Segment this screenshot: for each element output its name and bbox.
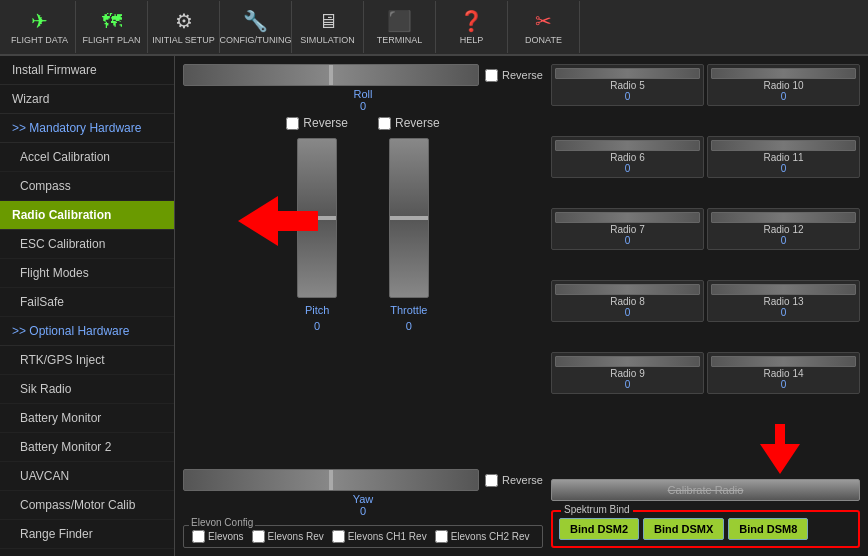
radio-bar-2 [555, 140, 700, 151]
bind-dsmx-button[interactable]: Bind DSMX [643, 518, 724, 540]
left-panel: Reverse Roll 0 Reverse [183, 64, 543, 548]
radio-channel-value-1: 0 [781, 91, 787, 102]
roll-value: 0 [360, 100, 366, 112]
sidebar-item-sik-radio[interactable]: Sik Radio [0, 375, 174, 404]
elevons-rev-label: Elevons Rev [268, 531, 324, 542]
radio-bar-8 [555, 356, 700, 367]
pitch-reverse-label: Reverse [303, 116, 348, 130]
sidebar-item-radio-calibration[interactable]: Radio Calibration [0, 201, 174, 230]
sidebar-item-uavcan[interactable]: UAVCAN [0, 462, 174, 491]
throttle-reverse-checkbox[interactable] [378, 117, 391, 130]
elevons-rev-checkbox[interactable] [252, 530, 265, 543]
yaw-slider[interactable] [183, 469, 479, 491]
sidebar-item-wizard[interactable]: Wizard [0, 85, 174, 114]
sidebar-item-battery-monitor[interactable]: Battery Monitor [0, 404, 174, 433]
toolbar-label-config-tuning: CONFIG/TUNING [220, 35, 292, 45]
elevons-checkbox[interactable] [192, 530, 205, 543]
elevon-config-label: Elevon Config [189, 517, 255, 528]
toolbar-label-flight-plan: FLIGHT PLAN [83, 35, 141, 45]
radio-channel-value-0: 0 [625, 91, 631, 102]
toolbar: ✈ FLIGHT DATA 🗺 FLIGHT PLAN ⚙ INITIAL SE… [0, 0, 868, 56]
roll-slider-thumb [329, 65, 333, 85]
yaw-section: Reverse Yaw 0 [183, 469, 543, 517]
elevons-ch1-check[interactable]: Elevons CH1 Rev [332, 530, 427, 543]
sidebar-item-rtk-gps[interactable]: RTK/GPS Inject [0, 346, 174, 375]
throttle-slider[interactable] [389, 138, 429, 298]
yaw-slider-container: Reverse [183, 469, 543, 491]
elevons-rev-check[interactable]: Elevons Rev [252, 530, 324, 543]
toolbar-flight-data[interactable]: ✈ FLIGHT DATA [4, 1, 76, 53]
pitch-label: Pitch [305, 304, 329, 316]
elevon-config-wrapper: Elevon Config Elevons Elevons Rev Elevon… [183, 525, 543, 548]
radio-channel-value-2: 0 [625, 163, 631, 174]
right-panel: Radio 5 0 Radio 10 0 Radio 6 0 Radio 11 … [551, 64, 860, 548]
roll-section: Reverse Roll 0 [183, 64, 543, 112]
roll-slider-container: Reverse [183, 64, 543, 86]
sidebar-section-optional: >> Optional Hardware [0, 317, 174, 346]
radio-channel-radio-5: Radio 5 0 [551, 64, 704, 106]
yaw-reverse-checkbox[interactable] [485, 474, 498, 487]
simulation-icon: 🖥 [318, 10, 338, 33]
toolbar-terminal[interactable]: ⬛ TERMINAL [364, 1, 436, 53]
radio-bar-4 [555, 212, 700, 223]
sidebar-item-range-finder[interactable]: Range Finder [0, 520, 174, 549]
toolbar-label-donate: DONATE [525, 35, 562, 45]
roll-reverse-checkbox[interactable] [485, 69, 498, 82]
vertical-sliders-row: Reverse Pitch 0 Revers [183, 116, 543, 332]
radio-channel-radio-9: Radio 9 0 [551, 352, 704, 394]
radio-channel-value-7: 0 [781, 307, 787, 318]
yaw-value: 0 [360, 505, 366, 517]
toolbar-help[interactable]: ❓ HELP [436, 1, 508, 53]
radio-channel-name-3: Radio 11 [763, 152, 803, 163]
elevons-ch2-check[interactable]: Elevons CH2 Rev [435, 530, 530, 543]
sidebar-item-compass-motor-calib[interactable]: Compass/Motor Calib [0, 491, 174, 520]
elevons-ch2-checkbox[interactable] [435, 530, 448, 543]
sidebar-item-accel-calibration[interactable]: Accel Calibration [0, 143, 174, 172]
roll-slider[interactable] [183, 64, 479, 86]
radio-channel-radio-7: Radio 7 0 [551, 208, 704, 250]
radio-channel-value-6: 0 [625, 307, 631, 318]
radio-channel-name-0: Radio 5 [610, 80, 644, 91]
elevon-config: Elevon Config Elevons Elevons Rev Elevon… [183, 525, 543, 548]
radio-channel-value-3: 0 [781, 163, 787, 174]
sidebar-item-flight-modes[interactable]: Flight Modes [0, 259, 174, 288]
toolbar-donate[interactable]: ✂ DONATE [508, 1, 580, 53]
sidebar-item-esc-calibration[interactable]: ESC Calibration [0, 230, 174, 259]
yaw-reverse-check[interactable]: Reverse [485, 474, 543, 487]
sidebar: Install Firmware Wizard >> Mandatory Har… [0, 56, 175, 556]
pitch-reverse-checkbox[interactable] [286, 117, 299, 130]
toolbar-initial-setup[interactable]: ⚙ INITIAL SETUP [148, 1, 220, 53]
toolbar-label-help: HELP [460, 35, 484, 45]
sidebar-item-install-firmware[interactable]: Install Firmware [0, 56, 174, 85]
help-icon: ❓ [459, 9, 484, 33]
radio-channel-radio-8: Radio 8 0 [551, 280, 704, 322]
roll-reverse-label: Reverse [502, 69, 543, 81]
toolbar-flight-plan[interactable]: 🗺 FLIGHT PLAN [76, 1, 148, 53]
elevons-ch1-checkbox[interactable] [332, 530, 345, 543]
elevons-check[interactable]: Elevons [192, 530, 244, 543]
radio-bar-1 [711, 68, 856, 79]
toolbar-label-flight-data: FLIGHT DATA [11, 35, 68, 45]
elevons-label: Elevons [208, 531, 244, 542]
donate-icon: ✂ [535, 9, 552, 33]
sidebar-item-compass[interactable]: Compass [0, 172, 174, 201]
sidebar-item-failsafe[interactable]: FailSafe [0, 288, 174, 317]
calibrate-radio-button[interactable]: Calibrate Radio [551, 479, 860, 501]
pitch-value: 0 [314, 320, 320, 332]
roll-reverse-check[interactable]: Reverse [485, 69, 543, 82]
spektrum-bind-label: Spektrum Bind [561, 504, 633, 515]
sidebar-item-battery-monitor-2[interactable]: Battery Monitor 2 [0, 433, 174, 462]
throttle-slider-thumb [390, 216, 428, 220]
radio-channel-value-5: 0 [781, 235, 787, 246]
throttle-slider-container: Reverse Throttle 0 [378, 116, 440, 332]
yaw-reverse-label: Reverse [502, 474, 543, 486]
bind-dsm8-button[interactable]: Bind DSM8 [728, 518, 808, 540]
yaw-label: Yaw [353, 493, 374, 505]
yaw-slider-thumb [329, 470, 333, 490]
svg-marker-0 [238, 196, 318, 246]
toolbar-label-simulation: SIMULATION [300, 35, 354, 45]
toolbar-simulation[interactable]: 🖥 SIMULATION [292, 1, 364, 53]
toolbar-config-tuning[interactable]: 🔧 CONFIG/TUNING [220, 1, 292, 53]
radio-channel-name-1: Radio 10 [763, 80, 803, 91]
bind-dsm2-button[interactable]: Bind DSM2 [559, 518, 639, 540]
